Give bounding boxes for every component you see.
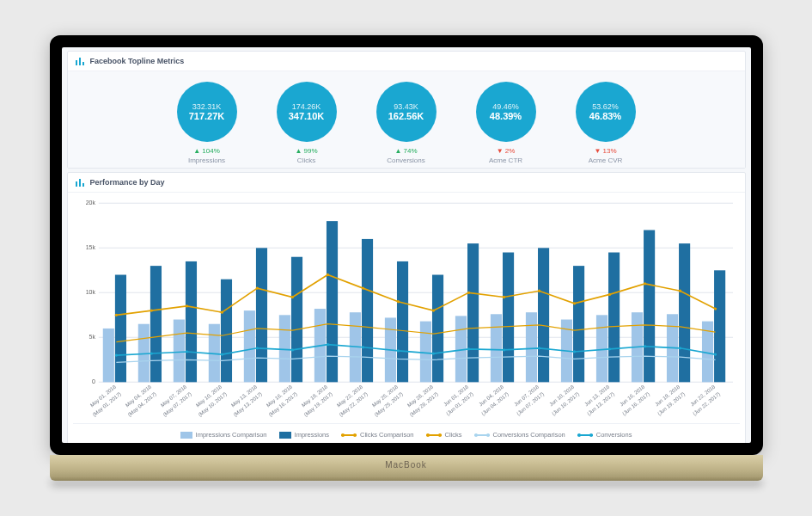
svg-point-78 xyxy=(396,349,399,352)
legend-conversions-comparison[interactable]: Conversions Comparison xyxy=(474,431,565,439)
svg-point-69 xyxy=(713,307,716,310)
topline-title: Facebook Topline Metrics xyxy=(90,57,185,65)
kpi-delta: ▲ 99% xyxy=(295,147,317,155)
svg-rect-47 xyxy=(644,230,655,383)
svg-point-83 xyxy=(572,350,575,353)
svg-point-64 xyxy=(537,290,540,292)
svg-point-80 xyxy=(467,347,469,350)
kpi-circle: 332.31K717.27K xyxy=(177,82,237,142)
svg-rect-31 xyxy=(361,239,372,382)
kpi-compare-value: 93.43K xyxy=(394,102,418,111)
svg-point-66 xyxy=(607,293,610,296)
svg-rect-29 xyxy=(326,221,337,382)
svg-point-86 xyxy=(678,347,681,349)
kpi-circle: 174.26K347.10K xyxy=(277,82,337,142)
kpi-current-value: 162.56K xyxy=(388,111,424,121)
legend-impressions[interactable]: Impressions xyxy=(279,431,329,439)
kpi-circle: 93.43K162.56K xyxy=(376,82,437,142)
svg-text:15k: 15k xyxy=(85,244,95,251)
svg-point-53 xyxy=(150,309,152,311)
kpi-current-value: 48.39% xyxy=(490,111,522,121)
kpi-current-value: 46.83% xyxy=(589,111,621,121)
kpi-compare-value: 53.62% xyxy=(592,102,619,111)
kpi-current-value: 347.10K xyxy=(289,111,325,121)
svg-rect-26 xyxy=(278,315,290,382)
svg-point-76 xyxy=(326,343,328,346)
svg-text:10k: 10k xyxy=(85,289,95,296)
kpi-clicks[interactable]: 174.26K347.10K▲ 99%Clicks xyxy=(268,82,345,164)
svg-rect-35 xyxy=(431,275,443,383)
kpi-acme-ctr[interactable]: 49.46%48.39%▼ 2%Acme CTR xyxy=(467,82,545,164)
kpi-label: Impressions xyxy=(188,157,225,164)
svg-point-52 xyxy=(114,314,117,316)
svg-rect-44 xyxy=(595,315,607,382)
legend-clicks[interactable]: Clicks xyxy=(426,431,462,439)
svg-rect-24 xyxy=(243,310,254,382)
svg-rect-0 xyxy=(76,60,77,65)
bar-chart-icon xyxy=(75,56,85,66)
svg-rect-34 xyxy=(419,322,430,383)
kpi-conversions[interactable]: 93.43K162.56K▲ 74%Conversions xyxy=(368,82,445,164)
svg-rect-43 xyxy=(573,266,584,382)
svg-rect-23 xyxy=(220,280,231,383)
svg-point-65 xyxy=(572,302,575,304)
svg-point-61 xyxy=(431,309,434,311)
svg-point-81 xyxy=(502,348,504,351)
legend-conversions[interactable]: Conversions xyxy=(577,431,632,439)
svg-point-62 xyxy=(467,292,469,294)
topline-panel: Facebook Topline Metrics 332.31K717.27K▲… xyxy=(67,51,746,169)
performance-chart: 05k10k15k20kMay 01, 2018(May 01, 2017)Ma… xyxy=(73,196,740,420)
svg-point-87 xyxy=(713,353,716,355)
svg-point-71 xyxy=(150,352,152,354)
svg-rect-20 xyxy=(173,320,184,383)
svg-text:0: 0 xyxy=(91,378,95,385)
svg-point-85 xyxy=(643,345,645,347)
svg-rect-45 xyxy=(608,253,620,383)
svg-point-84 xyxy=(607,347,610,350)
svg-rect-16 xyxy=(102,329,113,382)
svg-rect-27 xyxy=(290,257,302,383)
svg-rect-21 xyxy=(185,261,196,382)
dashboard: Facebook Topline Metrics 332.31K717.27K▲… xyxy=(62,47,751,443)
svg-point-67 xyxy=(643,282,645,285)
legend-impressions-comparison[interactable]: Impressions Comparison xyxy=(180,431,267,439)
macbook-mockup: Facebook Topline Metrics 332.31K717.27K▲… xyxy=(50,35,763,481)
chart-area[interactable]: 05k10k15k20kMay 01, 2018(May 01, 2017)Ma… xyxy=(68,193,745,443)
svg-rect-49 xyxy=(679,243,690,382)
performance-title: Performance by Day xyxy=(90,178,165,187)
svg-point-54 xyxy=(185,304,187,307)
chart-legend: Impressions Comparison Impressions Click… xyxy=(73,423,740,440)
svg-point-77 xyxy=(361,346,363,348)
laptop-base: MacBook xyxy=(50,455,763,476)
svg-rect-1 xyxy=(79,58,81,65)
performance-header: Performance by Day xyxy=(68,173,745,193)
svg-rect-2 xyxy=(82,62,84,65)
legend-clicks-comparison[interactable]: Clicks Comparison xyxy=(341,431,414,439)
kpi-impressions[interactable]: 332.31K717.27K▲ 104%Impressions xyxy=(168,82,246,164)
svg-rect-17 xyxy=(114,275,125,383)
svg-rect-25 xyxy=(255,248,266,382)
svg-point-63 xyxy=(502,296,504,298)
svg-point-68 xyxy=(678,290,681,292)
svg-point-70 xyxy=(114,353,117,356)
svg-point-57 xyxy=(290,296,293,298)
svg-point-74 xyxy=(255,347,258,349)
kpi-label: Conversions xyxy=(387,157,424,164)
svg-text:5k: 5k xyxy=(89,334,95,341)
laptop-foot xyxy=(50,476,763,481)
kpi-delta: ▼ 13% xyxy=(594,147,616,155)
svg-point-56 xyxy=(255,286,258,289)
kpi-compare-value: 332.31K xyxy=(192,102,222,111)
kpi-acme-cvr[interactable]: 53.62%46.83%▼ 13%Acme CVR xyxy=(567,82,644,164)
topline-header: Facebook Topline Metrics xyxy=(68,52,745,71)
kpi-compare-value: 174.26K xyxy=(292,102,321,111)
svg-point-60 xyxy=(396,300,399,303)
kpi-compare-value: 49.46% xyxy=(492,102,519,111)
svg-rect-38 xyxy=(490,314,501,382)
svg-point-55 xyxy=(220,311,223,314)
svg-point-73 xyxy=(220,353,223,355)
bar-chart-icon xyxy=(75,177,85,187)
kpi-label: Clicks xyxy=(297,157,315,164)
svg-rect-41 xyxy=(538,248,549,382)
svg-text:20k: 20k xyxy=(85,200,95,206)
